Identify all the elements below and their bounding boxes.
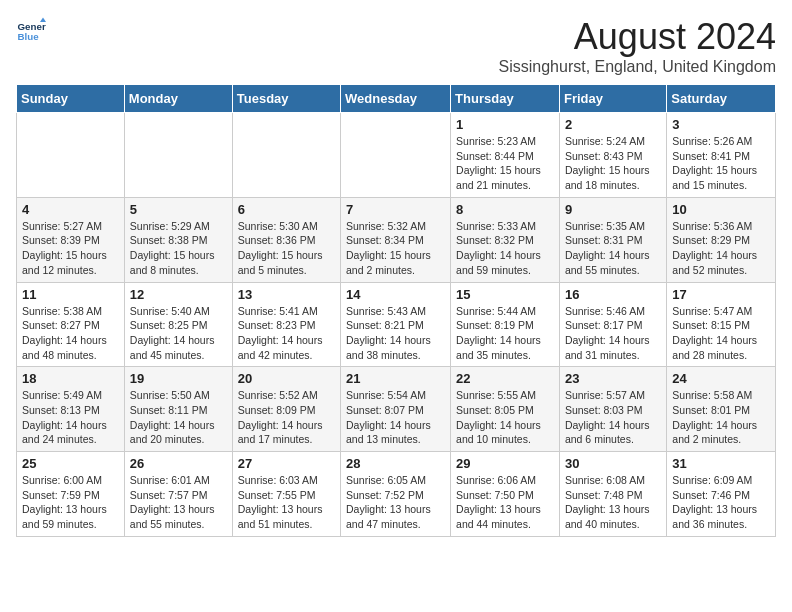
day-info: Sunrise: 6:08 AM Sunset: 7:48 PM Dayligh… xyxy=(565,473,661,532)
logo-icon: General Blue xyxy=(16,16,46,46)
day-info: Sunrise: 5:44 AM Sunset: 8:19 PM Dayligh… xyxy=(456,304,554,363)
calendar-cell: 10Sunrise: 5:36 AM Sunset: 8:29 PM Dayli… xyxy=(667,197,776,282)
day-number: 18 xyxy=(22,371,119,386)
week-row-5: 25Sunrise: 6:00 AM Sunset: 7:59 PM Dayli… xyxy=(17,452,776,537)
day-number: 10 xyxy=(672,202,770,217)
logo: General Blue xyxy=(16,16,46,46)
calendar-cell xyxy=(124,113,232,198)
calendar-cell: 7Sunrise: 5:32 AM Sunset: 8:34 PM Daylig… xyxy=(341,197,451,282)
day-number: 9 xyxy=(565,202,661,217)
svg-text:Blue: Blue xyxy=(18,31,40,42)
weekday-header-monday: Monday xyxy=(124,85,232,113)
calendar-cell: 23Sunrise: 5:57 AM Sunset: 8:03 PM Dayli… xyxy=(559,367,666,452)
calendar-cell: 17Sunrise: 5:47 AM Sunset: 8:15 PM Dayli… xyxy=(667,282,776,367)
weekday-header-saturday: Saturday xyxy=(667,85,776,113)
day-number: 14 xyxy=(346,287,445,302)
day-number: 26 xyxy=(130,456,227,471)
day-info: Sunrise: 6:00 AM Sunset: 7:59 PM Dayligh… xyxy=(22,473,119,532)
weekday-header-sunday: Sunday xyxy=(17,85,125,113)
calendar-cell: 3Sunrise: 5:26 AM Sunset: 8:41 PM Daylig… xyxy=(667,113,776,198)
day-number: 22 xyxy=(456,371,554,386)
weekday-header-friday: Friday xyxy=(559,85,666,113)
day-info: Sunrise: 5:36 AM Sunset: 8:29 PM Dayligh… xyxy=(672,219,770,278)
day-info: Sunrise: 6:05 AM Sunset: 7:52 PM Dayligh… xyxy=(346,473,445,532)
day-info: Sunrise: 5:49 AM Sunset: 8:13 PM Dayligh… xyxy=(22,388,119,447)
calendar-cell: 16Sunrise: 5:46 AM Sunset: 8:17 PM Dayli… xyxy=(559,282,666,367)
day-number: 31 xyxy=(672,456,770,471)
calendar-cell xyxy=(232,113,340,198)
weekday-header-row: SundayMondayTuesdayWednesdayThursdayFrid… xyxy=(17,85,776,113)
day-info: Sunrise: 5:32 AM Sunset: 8:34 PM Dayligh… xyxy=(346,219,445,278)
calendar-cell xyxy=(341,113,451,198)
weekday-header-thursday: Thursday xyxy=(451,85,560,113)
day-info: Sunrise: 5:54 AM Sunset: 8:07 PM Dayligh… xyxy=(346,388,445,447)
calendar-cell: 15Sunrise: 5:44 AM Sunset: 8:19 PM Dayli… xyxy=(451,282,560,367)
day-number: 7 xyxy=(346,202,445,217)
day-number: 3 xyxy=(672,117,770,132)
calendar-cell: 4Sunrise: 5:27 AM Sunset: 8:39 PM Daylig… xyxy=(17,197,125,282)
day-info: Sunrise: 5:38 AM Sunset: 8:27 PM Dayligh… xyxy=(22,304,119,363)
calendar-cell: 14Sunrise: 5:43 AM Sunset: 8:21 PM Dayli… xyxy=(341,282,451,367)
calendar-cell: 25Sunrise: 6:00 AM Sunset: 7:59 PM Dayli… xyxy=(17,452,125,537)
svg-marker-2 xyxy=(40,18,46,23)
day-number: 27 xyxy=(238,456,335,471)
day-info: Sunrise: 6:09 AM Sunset: 7:46 PM Dayligh… xyxy=(672,473,770,532)
day-number: 2 xyxy=(565,117,661,132)
week-row-2: 4Sunrise: 5:27 AM Sunset: 8:39 PM Daylig… xyxy=(17,197,776,282)
day-number: 1 xyxy=(456,117,554,132)
day-info: Sunrise: 5:58 AM Sunset: 8:01 PM Dayligh… xyxy=(672,388,770,447)
day-info: Sunrise: 5:43 AM Sunset: 8:21 PM Dayligh… xyxy=(346,304,445,363)
day-info: Sunrise: 5:47 AM Sunset: 8:15 PM Dayligh… xyxy=(672,304,770,363)
calendar-cell: 27Sunrise: 6:03 AM Sunset: 7:55 PM Dayli… xyxy=(232,452,340,537)
week-row-4: 18Sunrise: 5:49 AM Sunset: 8:13 PM Dayli… xyxy=(17,367,776,452)
calendar-cell: 18Sunrise: 5:49 AM Sunset: 8:13 PM Dayli… xyxy=(17,367,125,452)
title-block: August 2024 Sissinghurst, England, Unite… xyxy=(499,16,777,76)
day-info: Sunrise: 6:01 AM Sunset: 7:57 PM Dayligh… xyxy=(130,473,227,532)
page-header: General Blue August 2024 Sissinghurst, E… xyxy=(16,16,776,76)
calendar-cell: 6Sunrise: 5:30 AM Sunset: 8:36 PM Daylig… xyxy=(232,197,340,282)
day-number: 6 xyxy=(238,202,335,217)
calendar-cell: 11Sunrise: 5:38 AM Sunset: 8:27 PM Dayli… xyxy=(17,282,125,367)
day-info: Sunrise: 5:27 AM Sunset: 8:39 PM Dayligh… xyxy=(22,219,119,278)
day-info: Sunrise: 5:26 AM Sunset: 8:41 PM Dayligh… xyxy=(672,134,770,193)
calendar-cell: 26Sunrise: 6:01 AM Sunset: 7:57 PM Dayli… xyxy=(124,452,232,537)
calendar-cell: 31Sunrise: 6:09 AM Sunset: 7:46 PM Dayli… xyxy=(667,452,776,537)
day-number: 20 xyxy=(238,371,335,386)
day-number: 11 xyxy=(22,287,119,302)
day-number: 30 xyxy=(565,456,661,471)
calendar-cell: 19Sunrise: 5:50 AM Sunset: 8:11 PM Dayli… xyxy=(124,367,232,452)
day-number: 15 xyxy=(456,287,554,302)
day-number: 19 xyxy=(130,371,227,386)
calendar-title: August 2024 xyxy=(499,16,777,58)
day-info: Sunrise: 6:06 AM Sunset: 7:50 PM Dayligh… xyxy=(456,473,554,532)
svg-text:General: General xyxy=(18,21,47,32)
day-info: Sunrise: 5:23 AM Sunset: 8:44 PM Dayligh… xyxy=(456,134,554,193)
calendar-cell: 22Sunrise: 5:55 AM Sunset: 8:05 PM Dayli… xyxy=(451,367,560,452)
calendar-cell: 20Sunrise: 5:52 AM Sunset: 8:09 PM Dayli… xyxy=(232,367,340,452)
calendar-cell: 12Sunrise: 5:40 AM Sunset: 8:25 PM Dayli… xyxy=(124,282,232,367)
day-number: 16 xyxy=(565,287,661,302)
calendar-cell: 13Sunrise: 5:41 AM Sunset: 8:23 PM Dayli… xyxy=(232,282,340,367)
day-info: Sunrise: 6:03 AM Sunset: 7:55 PM Dayligh… xyxy=(238,473,335,532)
day-info: Sunrise: 5:29 AM Sunset: 8:38 PM Dayligh… xyxy=(130,219,227,278)
calendar-cell xyxy=(17,113,125,198)
calendar-subtitle: Sissinghurst, England, United Kingdom xyxy=(499,58,777,76)
calendar-cell: 8Sunrise: 5:33 AM Sunset: 8:32 PM Daylig… xyxy=(451,197,560,282)
calendar-cell: 24Sunrise: 5:58 AM Sunset: 8:01 PM Dayli… xyxy=(667,367,776,452)
day-info: Sunrise: 5:41 AM Sunset: 8:23 PM Dayligh… xyxy=(238,304,335,363)
day-number: 13 xyxy=(238,287,335,302)
week-row-3: 11Sunrise: 5:38 AM Sunset: 8:27 PM Dayli… xyxy=(17,282,776,367)
day-number: 12 xyxy=(130,287,227,302)
day-info: Sunrise: 5:33 AM Sunset: 8:32 PM Dayligh… xyxy=(456,219,554,278)
calendar-cell: 2Sunrise: 5:24 AM Sunset: 8:43 PM Daylig… xyxy=(559,113,666,198)
day-number: 29 xyxy=(456,456,554,471)
day-info: Sunrise: 5:50 AM Sunset: 8:11 PM Dayligh… xyxy=(130,388,227,447)
day-number: 24 xyxy=(672,371,770,386)
day-number: 25 xyxy=(22,456,119,471)
week-row-1: 1Sunrise: 5:23 AM Sunset: 8:44 PM Daylig… xyxy=(17,113,776,198)
day-info: Sunrise: 5:52 AM Sunset: 8:09 PM Dayligh… xyxy=(238,388,335,447)
calendar-cell: 21Sunrise: 5:54 AM Sunset: 8:07 PM Dayli… xyxy=(341,367,451,452)
day-number: 8 xyxy=(456,202,554,217)
day-number: 4 xyxy=(22,202,119,217)
day-number: 23 xyxy=(565,371,661,386)
